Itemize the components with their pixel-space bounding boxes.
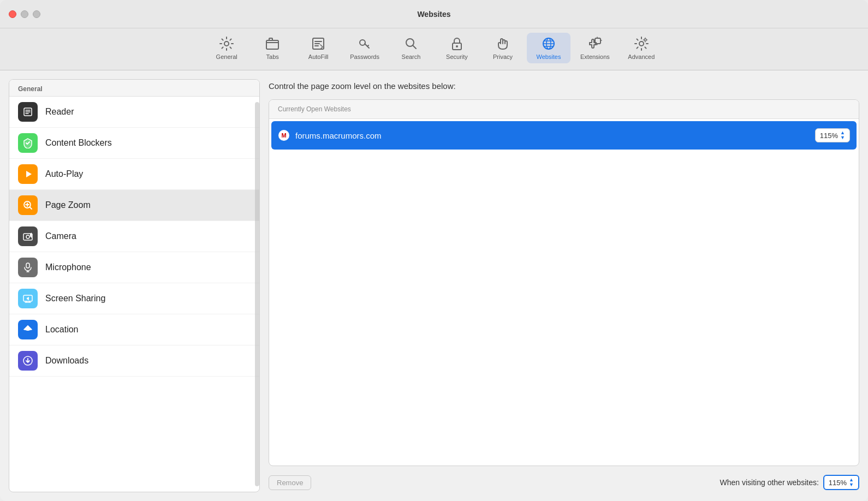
key-icon xyxy=(357,36,372,51)
table-row[interactable]: M forums.macrumors.com 115% ▲ ▼ xyxy=(271,121,857,150)
sidebar-item-location-label: Location xyxy=(45,325,79,335)
panel-footer: Remove When visiting other websites: 115… xyxy=(269,473,859,492)
tab-websites-label: Websites xyxy=(536,53,561,60)
sidebar-list: Reader Content Blockers xyxy=(9,97,259,492)
favicon: M xyxy=(278,129,290,141)
other-zoom-down-arrow: ▼ xyxy=(849,482,854,487)
sidebar-item-microphone-label: Microphone xyxy=(45,263,91,272)
other-zoom-value: 115% xyxy=(829,479,847,487)
svg-point-10 xyxy=(639,41,644,46)
tab-general[interactable]: General xyxy=(205,33,248,63)
zoom-selector[interactable]: 115% ▲ ▼ xyxy=(815,128,850,142)
svg-point-16 xyxy=(26,235,29,238)
sidebar-item-content-blockers-label: Content Blockers xyxy=(45,138,112,148)
gear-icon xyxy=(219,36,234,51)
minimize-button[interactable] xyxy=(21,10,28,18)
safari-preferences-window: Websites General Tabs xyxy=(0,0,868,501)
main-content: General Reader xyxy=(0,70,868,501)
table-header: Currently Open Websites xyxy=(269,100,859,119)
svg-point-6 xyxy=(456,45,458,47)
tab-security[interactable]: Security xyxy=(435,33,479,63)
tab-search-label: Search xyxy=(402,53,421,60)
sidebar-item-downloads[interactable]: Downloads xyxy=(9,345,259,377)
svg-rect-17 xyxy=(26,263,29,268)
microphone-icon xyxy=(18,258,38,277)
tab-passwords-label: Passwords xyxy=(350,53,379,60)
tab-privacy-label: Privacy xyxy=(493,53,513,60)
hand-icon xyxy=(495,36,510,51)
content-blockers-icon xyxy=(18,133,38,153)
tab-general-label: General xyxy=(216,53,237,60)
sidebar-item-screen-sharing-label: Screen Sharing xyxy=(45,294,105,303)
svg-rect-1 xyxy=(266,40,278,49)
sidebar-item-camera[interactable]: Camera xyxy=(9,221,259,252)
tab-tabs[interactable]: Tabs xyxy=(251,33,294,63)
sidebar-item-page-zoom[interactable]: Page Zoom xyxy=(9,190,259,221)
sidebar-item-autoplay[interactable]: Auto-Play xyxy=(9,159,259,190)
sidebar-item-autoplay-label: Auto-Play xyxy=(45,169,83,179)
screen-sharing-icon xyxy=(18,289,38,308)
maximize-button[interactable] xyxy=(33,10,40,18)
remove-button[interactable]: Remove xyxy=(269,475,311,490)
tab-autofill-label: AutoFill xyxy=(308,53,329,60)
tab-advanced[interactable]: Advanced xyxy=(620,33,663,63)
zoom-arrows: ▲ ▼ xyxy=(840,130,845,140)
tab-extensions[interactable]: Extensions xyxy=(573,33,617,63)
camera-icon xyxy=(18,226,38,246)
page-zoom-icon xyxy=(18,195,38,215)
puzzle-icon xyxy=(587,36,603,51)
websites-table: Currently Open Websites M forums.macrumo… xyxy=(269,99,859,466)
close-button[interactable] xyxy=(9,10,16,18)
window-title: Websites xyxy=(417,10,450,19)
sidebar-item-screen-sharing[interactable]: Screen Sharing xyxy=(9,283,259,314)
tab-tabs-label: Tabs xyxy=(266,53,279,60)
reader-icon xyxy=(18,102,38,122)
sidebar-item-reader[interactable]: Reader xyxy=(9,97,259,128)
sidebar-header: General xyxy=(9,80,259,97)
zoom-value: 115% xyxy=(820,132,838,140)
tab-search[interactable]: Search xyxy=(389,33,433,63)
globe-icon xyxy=(541,36,556,51)
tab-websites[interactable]: Websites xyxy=(527,33,570,63)
sidebar-item-page-zoom-label: Page Zoom xyxy=(45,200,91,210)
sidebar-item-location[interactable]: Location xyxy=(9,314,259,345)
tab-autofill[interactable]: AutoFill xyxy=(296,33,340,63)
sidebar-item-camera-label: Camera xyxy=(45,231,76,241)
sidebar-item-downloads-label: Downloads xyxy=(45,356,88,366)
other-zoom-selector[interactable]: 115% ▲ ▼ xyxy=(823,475,859,490)
tab-advanced-label: Advanced xyxy=(628,53,655,60)
other-websites-control: When visiting other websites: 115% ▲ ▼ xyxy=(720,475,859,490)
search-icon xyxy=(403,36,419,51)
table-body: M forums.macrumors.com 115% ▲ ▼ xyxy=(269,119,859,466)
location-icon xyxy=(18,320,38,339)
panel-description: Control the page zoom level on the websi… xyxy=(269,79,859,93)
titlebar: Websites xyxy=(0,0,868,28)
sidebar-item-microphone[interactable]: Microphone xyxy=(9,252,259,283)
other-websites-label: When visiting other websites: xyxy=(720,478,819,487)
toolbar: General Tabs AutoFill xyxy=(0,28,868,70)
tab-privacy[interactable]: Privacy xyxy=(481,33,525,63)
tabs-icon xyxy=(265,36,280,51)
other-zoom-arrows: ▲ ▼ xyxy=(849,478,854,487)
tab-extensions-label: Extensions xyxy=(580,53,610,60)
autoplay-icon xyxy=(18,164,38,184)
sidebar-item-reader-label: Reader xyxy=(45,107,74,117)
sidebar-item-content-blockers[interactable]: Content Blockers xyxy=(9,128,259,159)
autofill-icon xyxy=(311,36,326,51)
gear-advanced-icon xyxy=(634,36,649,51)
svg-point-0 xyxy=(224,41,229,46)
svg-point-3 xyxy=(360,40,365,45)
right-panel: Control the page zoom level on the websi… xyxy=(269,79,859,492)
traffic-lights xyxy=(9,10,40,18)
tab-passwords[interactable]: Passwords xyxy=(342,33,387,63)
sidebar: General Reader xyxy=(9,79,260,492)
sidebar-scrollbar[interactable] xyxy=(255,102,259,486)
tab-security-label: Security xyxy=(446,53,468,60)
website-url: forums.macrumors.com xyxy=(295,131,815,140)
downloads-icon xyxy=(18,351,38,371)
zoom-down-arrow: ▼ xyxy=(840,135,845,140)
macrumors-favicon: M xyxy=(278,130,289,141)
lock-icon xyxy=(449,36,465,51)
